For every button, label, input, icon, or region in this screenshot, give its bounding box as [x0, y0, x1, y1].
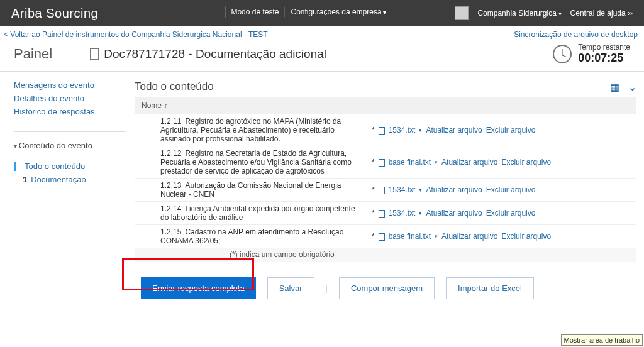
table-body[interactable]: 1.2.11Registro do agrotóxico no MAPA (Mi…: [135, 114, 636, 248]
content-heading: Todo o conteúdo: [135, 80, 214, 93]
update-file-link[interactable]: Atualizar arquivo: [426, 209, 482, 218]
delete-file-link[interactable]: Excluir arquivo: [486, 185, 536, 194]
required-star: *: [372, 126, 375, 135]
file-link[interactable]: 1534.txt: [389, 126, 416, 135]
file-menu-icon[interactable]: ▾: [419, 210, 422, 216]
sidebar-response-history[interactable]: Histórico de respostas: [14, 107, 126, 116]
show-desktop-tooltip: Mostrar área de trabalho: [561, 334, 643, 346]
file-icon: [379, 127, 385, 135]
timer-block: Tempo restante 00:07:25: [553, 43, 630, 65]
table-header: Nome ↑: [135, 97, 636, 114]
required-star: *: [372, 158, 375, 167]
required-star: *: [372, 185, 375, 194]
file-menu-icon[interactable]: ▾: [435, 233, 438, 240]
file-menu-icon[interactable]: ▾: [419, 127, 422, 133]
avatar-icon: [455, 6, 469, 20]
top-right: Companhia Siderurgica Central de ajuda: [455, 0, 633, 26]
row-actions: *1534.txt▾Atualizar arquivoExcluir arqui…: [368, 179, 636, 201]
sidebar-item-number: 1: [23, 175, 27, 184]
delete-file-link[interactable]: Excluir arquivo: [501, 232, 551, 241]
file-icon: [379, 187, 385, 194]
sidebar-event-messages[interactable]: Mensagens do evento: [14, 80, 126, 90]
content-area: Todo o conteúdo ▦ ⌄ Nome ↑ 1.2.11Registr…: [126, 72, 644, 299]
file-link[interactable]: base final.txt: [389, 232, 431, 241]
clock-icon: [553, 45, 572, 63]
file-icon: [379, 210, 385, 218]
help-center-link[interactable]: Central de ajuda: [570, 9, 633, 18]
delete-file-link[interactable]: Excluir arquivo: [486, 126, 536, 135]
sub-bar: < Voltar ao Painel de instrumentos do Co…: [0, 26, 644, 41]
timer-value: 00:07:25: [578, 52, 630, 65]
desktop-sync-link[interactable]: Sincronização de arquivo de desktop: [514, 30, 638, 39]
company-settings-menu[interactable]: Configurações da empresa: [291, 8, 387, 16]
button-bar: Enviar resposta completa Salvar | Compor…: [135, 262, 636, 299]
delete-file-link[interactable]: Excluir arquivo: [501, 158, 551, 167]
row-description: 1.2.13Autorização da Comissão Nacional d…: [135, 179, 368, 201]
file-icon: [379, 159, 385, 167]
brand-logo: Ariba Sourcing: [11, 6, 98, 21]
title-row: Painel Doc787171728 - Documentação adici…: [0, 41, 644, 72]
delete-file-link[interactable]: Excluir arquivo: [486, 209, 536, 218]
test-mode-badge: Modo de teste: [225, 6, 284, 18]
table-row: 1.2.13Autorização da Comissão Nacional d…: [135, 179, 636, 202]
required-footnote: (*) indica um campo obrigatório: [135, 248, 636, 262]
sidebar-item-label: Documentação: [31, 175, 86, 184]
row-description: 1.2.14Licença Ambiental expedida por órg…: [135, 202, 368, 224]
sidebar-event-details[interactable]: Detalhes do evento: [14, 94, 126, 103]
col-name[interactable]: Nome ↑: [142, 101, 167, 110]
update-file-link[interactable]: Atualizar arquivo: [441, 232, 497, 241]
file-menu-icon[interactable]: ▾: [419, 187, 422, 193]
panel-heading: Painel: [14, 46, 52, 62]
row-actions: *base final.txt▾Atualizar arquivoExcluir…: [368, 225, 636, 248]
compose-message-button[interactable]: Compor mensagem: [339, 277, 435, 299]
row-description: 1.2.12Registro na Secretaria de Estado d…: [135, 146, 368, 178]
top-bar: Ariba Sourcing Modo de teste Configuraçõ…: [0, 0, 644, 26]
row-actions: *1534.txt▾Atualizar arquivoExcluir arqui…: [368, 202, 636, 224]
back-link[interactable]: < Voltar ao Painel de instrumentos do Co…: [4, 30, 268, 39]
file-link[interactable]: base final.txt: [389, 158, 431, 167]
sidebar: Mensagens do evento Detalhes do evento H…: [0, 72, 126, 299]
company-menu[interactable]: Companhia Siderurgica: [477, 9, 561, 18]
update-file-link[interactable]: Atualizar arquivo: [426, 185, 482, 194]
sidebar-section-event-content[interactable]: Conteúdo do evento: [14, 131, 126, 157]
update-file-link[interactable]: Atualizar arquivo: [426, 126, 482, 135]
timer-label: Tempo restante: [578, 43, 630, 52]
file-link[interactable]: 1534.txt: [389, 209, 416, 218]
expand-all-icon[interactable]: ⌄: [628, 81, 636, 93]
content-table: Nome ↑ 1.2.11Registro do agrotóxico no M…: [135, 97, 636, 262]
file-link[interactable]: 1534.txt: [389, 185, 416, 194]
sidebar-all-content[interactable]: Todo o conteúdo: [14, 162, 126, 171]
table-row: 1.2.14Licença Ambiental expedida por órg…: [135, 202, 636, 225]
row-actions: *1534.txt▾Atualizar arquivoExcluir arqui…: [368, 114, 636, 146]
required-star: *: [372, 209, 375, 218]
update-file-link[interactable]: Atualizar arquivo: [441, 158, 497, 167]
top-center: Modo de teste Configurações da empresa: [225, 6, 386, 18]
file-icon: [379, 233, 385, 241]
table-row: 1.2.11Registro do agrotóxico no MAPA (Mi…: [135, 114, 636, 146]
row-actions: *base final.txt▾Atualizar arquivoExcluir…: [368, 146, 636, 178]
doc-title: Doc787171728 - Documentação adicional: [90, 47, 326, 61]
import-excel-button[interactable]: Importar do Excel: [446, 277, 534, 299]
divider: |: [326, 284, 328, 293]
doc-title-text: Doc787171728 - Documentação adicional: [104, 47, 326, 61]
main-area: Mensagens do evento Detalhes do evento H…: [0, 72, 644, 299]
table-row: 1.2.15Cadastro na ANP em atendimento a R…: [135, 225, 636, 248]
file-menu-icon[interactable]: ▾: [435, 159, 438, 165]
document-icon: [90, 48, 99, 60]
save-button[interactable]: Salvar: [267, 277, 314, 299]
row-description: 1.2.11Registro do agrotóxico no MAPA (Mi…: [135, 114, 368, 146]
row-description: 1.2.15Cadastro na ANP em atendimento a R…: [135, 225, 368, 248]
required-star: *: [372, 232, 375, 241]
submit-response-button[interactable]: Enviar resposta completa: [141, 277, 256, 299]
table-row: 1.2.12Registro na Secretaria de Estado d…: [135, 146, 636, 179]
sidebar-documentation[interactable]: 1 Documentação: [14, 175, 126, 184]
table-view-icon[interactable]: ▦: [610, 81, 619, 93]
